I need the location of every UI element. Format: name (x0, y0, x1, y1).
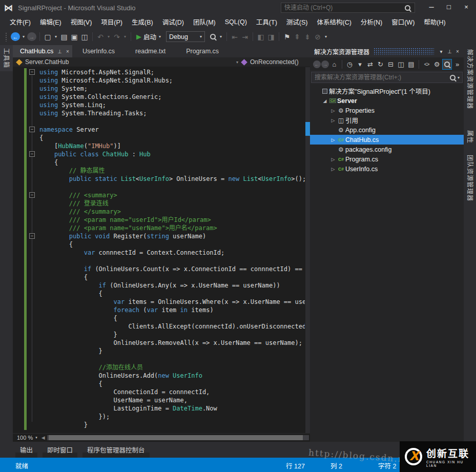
chevron-down-icon[interactable]: ▾ (200, 34, 202, 39)
pin-icon[interactable]: ⊣ (57, 49, 62, 54)
panel-options-dropdown[interactable]: ▾ (437, 47, 445, 55)
toolbox-tab[interactable]: 工具箱 (0, 45, 14, 71)
show-all-files-button[interactable]: ▤ (406, 59, 416, 70)
close-button[interactable]: × (458, 0, 475, 13)
quick-launch-box[interactable] (281, 3, 415, 13)
menu-item-9[interactable]: 测试(S) (282, 15, 313, 28)
undo-dropdown[interactable]: ▾ (106, 31, 111, 43)
home-button[interactable]: ⌂ (329, 59, 339, 70)
zoom-level-combo[interactable]: 100 % ▾ (13, 435, 39, 441)
quick-launch-input[interactable] (281, 4, 405, 11)
comment-button[interactable]: ◧ (256, 31, 265, 43)
properties-button[interactable]: ⚙ (432, 59, 442, 70)
new-file-dropdown[interactable]: ▾ (53, 31, 58, 43)
tree-item-app-config[interactable]: ⚙App.config (310, 125, 464, 135)
menu-item-1[interactable]: 编辑(E) (35, 15, 66, 28)
menu-item-7[interactable]: SQL(Q) (220, 17, 252, 27)
chevron-collapsed-icon[interactable]: ▷ (329, 167, 337, 172)
start-debug-button[interactable]: ▶启动▾ (134, 32, 163, 42)
sync-with-active-document-button[interactable]: ⇄ (365, 59, 375, 70)
fold-toggle[interactable]: − (29, 69, 35, 75)
tab-chathub-cs[interactable]: ChatHub.cs⊣× (13, 45, 72, 57)
side-tab-0[interactable]: 解决方案资源管理器 (464, 46, 476, 124)
view-code-button[interactable]: <> (422, 59, 431, 70)
menu-item-0[interactable]: 文件(F) (5, 15, 35, 28)
toolbar-options-dropdown[interactable]: ▾ (323, 31, 328, 43)
redo-dropdown[interactable]: ▾ (122, 31, 128, 43)
fold-toggle[interactable]: − (29, 127, 35, 132)
chevron-down-icon[interactable]: ▾ (159, 34, 161, 39)
navigate-backward-button[interactable]: ← (11, 32, 20, 41)
menu-item-5[interactable]: 调试(D) (158, 15, 189, 28)
forward-button[interactable]: → (321, 60, 329, 68)
next-bookmark-button[interactable]: ⇟ (303, 31, 312, 43)
navigate-forward-button[interactable]: → (27, 32, 36, 41)
horizontal-scrollbar-thumb[interactable] (49, 435, 303, 440)
previous-bookmark-button[interactable]: ⇞ (293, 31, 302, 43)
preview-selected-items-button[interactable] (442, 59, 452, 70)
uncomment-button[interactable]: ◨ (266, 31, 276, 43)
tree-item--[interactable]: ▷◫引用 (310, 115, 464, 125)
new-file-button[interactable]: ▢ (43, 31, 52, 43)
redo-button[interactable]: ↷ (112, 31, 121, 43)
pin-icon[interactable]: ⊣ (445, 47, 453, 55)
minimize-button[interactable]: ─ (423, 0, 440, 13)
toggle-bookmark-button[interactable]: ⚑ (282, 31, 292, 43)
fold-toggle[interactable]: − (29, 192, 35, 198)
debug-configuration-combo[interactable]: Debug▾ (166, 31, 205, 42)
collapse-all-button[interactable]: ⊟ (386, 59, 396, 70)
open-file-button[interactable]: ▤ (59, 31, 69, 43)
filter-dropdown[interactable]: ▾ (355, 59, 365, 70)
overflow-button[interactable]: » (452, 59, 462, 70)
refresh-button[interactable]: ↻ (376, 59, 385, 70)
menu-item-6[interactable]: 团队(M) (189, 15, 220, 28)
panel-drag-grip[interactable] (374, 48, 434, 55)
maximize-button[interactable]: □ (440, 0, 458, 13)
undo-button[interactable]: ↶ (96, 31, 105, 43)
chevron-down-icon[interactable]: ▾ (35, 436, 37, 440)
menu-item-2[interactable]: 视图(V) (66, 15, 97, 28)
tab-program-cs[interactable]: Program.cs (176, 45, 229, 57)
menu-item-3[interactable]: 项目(P) (96, 15, 127, 28)
scroll-left-arrow[interactable]: ◀ (39, 435, 47, 440)
find-in-files-button[interactable] (208, 31, 217, 43)
chevron-collapsed-icon[interactable]: ▷ (329, 108, 337, 113)
menu-item-4[interactable]: 生成(B) (127, 15, 158, 28)
chevron-collapsed-icon[interactable]: ▷ (329, 137, 337, 142)
solution-search-input[interactable] (312, 74, 450, 81)
fold-toggle[interactable]: − (29, 233, 35, 239)
tree-item-properties[interactable]: ▷⚙Properties (310, 106, 464, 115)
close-icon[interactable]: × (453, 47, 462, 55)
navigate-backward-dropdown[interactable]: ▾ (21, 31, 26, 43)
menu-item-11[interactable]: 分析(N) (356, 15, 387, 28)
code-editor[interactable]: −−−−− using Microsoft.AspNet.SignalR;usi… (13, 67, 310, 433)
pending-changes-filter-button[interactable]: ◷ (345, 59, 355, 70)
toolbar-grip[interactable] (5, 32, 8, 42)
breadcrumb-member-dropdown[interactable]: OnReconnected() (238, 58, 299, 66)
close-icon[interactable]: × (66, 49, 69, 54)
chevron-down-icon[interactable]: ▾ (458, 75, 460, 80)
menu-item-13[interactable]: 帮助(H) (419, 15, 450, 28)
side-tab-2[interactable]: 团队资源管理器 (464, 152, 476, 212)
horizontal-scrollbar[interactable] (47, 435, 309, 440)
chevron-expanded-icon[interactable]: ◢ (321, 98, 328, 104)
properties-window-button[interactable]: ◫ (396, 59, 406, 70)
menu-item-12[interactable]: 窗口(W) (387, 15, 419, 28)
tab-userinfo-cs[interactable]: UserInfo.cs (72, 45, 125, 57)
find-dropdown[interactable]: ▾ (218, 31, 223, 43)
tab-readme-txt[interactable]: readme.txt (125, 45, 176, 57)
tree-item-chathub-cs[interactable]: ▷C#ChatHub.cs (310, 135, 464, 145)
menu-item-10[interactable]: 体系结构(C) (312, 15, 356, 28)
back-button[interactable]: ← (313, 60, 321, 68)
unindent-button[interactable]: ⇤ (230, 31, 239, 43)
save-all-button[interactable]: ◫ (80, 31, 89, 43)
menu-item-8[interactable]: 工具(T) (252, 15, 282, 28)
tree-item--signalrproject-1-[interactable]: 解决方案"SignalRProject"(1 个项目) (310, 86, 464, 96)
tree-item-packages-config[interactable]: ⚙packages.config (310, 145, 464, 154)
save-button[interactable]: ▣ (70, 31, 79, 43)
search-icon[interactable] (405, 5, 410, 11)
side-tab-1[interactable]: 属性 (464, 127, 476, 149)
search-icon[interactable] (450, 75, 456, 80)
tree-item-server[interactable]: ◢C#Server (310, 96, 464, 106)
fold-toggle[interactable]: − (29, 151, 35, 157)
